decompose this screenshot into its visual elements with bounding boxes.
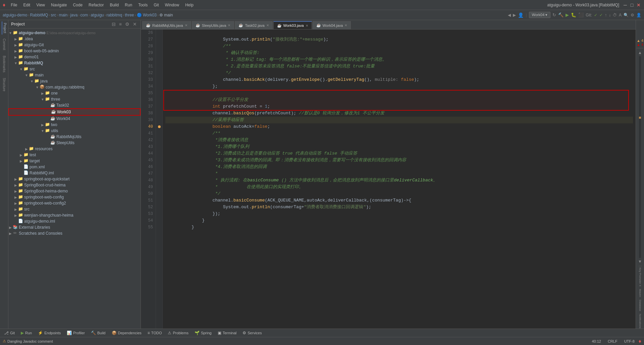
menu-window[interactable]: Window (162, 2, 182, 8)
menu-edit[interactable]: Edit (21, 2, 33, 8)
search-icon[interactable]: 🔍 (624, 13, 629, 17)
breadcrumb-java[interactable]: java (70, 13, 77, 17)
breadcrumb-com[interactable]: com (80, 13, 88, 17)
tree-item-rabbitmq-iml[interactable]: 📄 RabbitMQ.iml (8, 170, 141, 176)
breadcrumb-rabbitmq[interactable]: RabbitMQ (30, 13, 48, 17)
tree-item-work03[interactable]: ☕ Work03 (8, 108, 141, 116)
tree-item-sleeputils[interactable]: ☕ SleepUtils (8, 140, 141, 146)
git-check-icon[interactable]: ✓ (594, 13, 597, 17)
sidebar-scroll-to[interactable]: ≡ (118, 21, 123, 27)
build-button[interactable]: 🔨 Build (88, 330, 108, 336)
tab-task02[interactable]: ☕ Task02.java ✕ (235, 21, 272, 29)
git-branch-icon[interactable]: ✓ (599, 13, 603, 17)
tree-item-atguigu-iml[interactable]: 📄 atguigu-demo.iml (8, 218, 141, 224)
menu-refactor[interactable]: Refactor (86, 2, 106, 8)
close-button[interactable]: ✕ (636, 2, 641, 8)
breadcrumb-project[interactable]: atguigu-demo (3, 13, 27, 17)
close-tab-work03[interactable]: ✕ (306, 24, 308, 27)
breadcrumb-atguigu[interactable]: atguigu (91, 13, 104, 17)
status-crlf[interactable]: CRLF (605, 339, 620, 343)
scroll-down-icon[interactable]: ▼ (638, 259, 642, 264)
tree-item-three[interactable]: ▼ 📁 three (8, 96, 141, 102)
tree-item-pom[interactable]: 📄 pom.xml (8, 164, 141, 170)
sidebar-settings[interactable]: ⚙ (124, 21, 130, 27)
menu-code[interactable]: Code (70, 2, 85, 8)
settings-icon[interactable]: ⚙ (631, 13, 634, 17)
tab-work03[interactable]: ☕ Work03.java ✕ (273, 21, 312, 29)
terminal-button[interactable]: ▣ Terminal (215, 330, 239, 336)
tree-item-rabbitmqutils[interactable]: ☕ RabbitMqUtils (8, 134, 141, 140)
services-button[interactable]: ⚙ Services (240, 330, 264, 336)
tree-item-rabbitmq[interactable]: ▼ 📁 RabbitMQ (8, 60, 141, 66)
breadcrumb-src[interactable]: src (51, 13, 56, 17)
dependencies-button[interactable]: 📦 Dependencies (109, 330, 144, 336)
maximize-button[interactable]: □ (629, 2, 635, 8)
debug-icon[interactable]: 🐛 (571, 12, 576, 17)
run-icon[interactable]: ▶ (566, 12, 569, 17)
tree-item-boot-web[interactable]: ▶ 📁 boot-web-05-admin (8, 48, 141, 54)
tree-item-atguigu-git[interactable]: ▶ 📁 atguigu-Git (8, 42, 141, 48)
tree-item-utils[interactable]: ▼ 📁 utils (8, 128, 141, 134)
close-tab-work04[interactable]: ✕ (344, 23, 347, 27)
status-position[interactable]: 40:12 (589, 339, 604, 343)
tree-item-test[interactable]: ▶ 📁 test (8, 152, 141, 158)
git-pull-icon[interactable]: ↓ (609, 13, 611, 17)
tree-item-demo01[interactable]: ▶ 📁 demo01 (8, 54, 141, 60)
commit-panel-icon[interactable]: Commit (2, 37, 6, 51)
spring-button[interactable]: 🌱 Spring (192, 330, 214, 336)
scroll-up-icon[interactable]: ▲ (638, 50, 642, 55)
database-icon[interactable]: Database (639, 300, 642, 311)
status-encoding[interactable]: UTF-8 (622, 339, 637, 343)
breadcrumb-rabbitmq2[interactable]: rabbitmq (107, 13, 122, 17)
minimize-button[interactable]: ─ (623, 2, 628, 8)
tree-item-scratches[interactable]: ▶ ✏ Scratches and Consoles (8, 230, 141, 236)
tree-item-ext-libs[interactable]: ▶ 📚 External Libraries (8, 224, 141, 230)
refresh-icon[interactable]: ↻ (552, 12, 556, 17)
breadcrumb-three[interactable]: three (125, 13, 134, 17)
tree-item-com[interactable]: ▼ 📦 com.atguigu.rabbitmq (8, 84, 141, 90)
run-button[interactable]: ▶ Run (18, 330, 35, 336)
close-tab-sleeputils[interactable]: ✕ (228, 23, 230, 27)
structure-panel-icon[interactable]: Structure (2, 76, 6, 93)
branch-selector[interactable]: Work04 ▾ (529, 12, 551, 18)
nav-back-icon[interactable]: ◀ (508, 13, 511, 17)
tree-item-work04[interactable]: ☕ Work04 (8, 116, 141, 122)
tree-item-springboot-web2[interactable]: ▶ 📁 springboot-web-config2 (8, 200, 141, 206)
tree-item-one[interactable]: ▶ 📁 one (8, 90, 141, 96)
bookmarks-panel-icon[interactable]: Bookmarks (2, 54, 6, 74)
close-tab-rabbitmqutils[interactable]: ✕ (185, 23, 187, 27)
git-button[interactable]: ⎇ Git (1, 330, 17, 336)
tree-item-task02[interactable]: ☕ Task02 (8, 102, 141, 108)
breadcrumb-main[interactable]: main (59, 13, 67, 17)
tree-item-idea[interactable]: ▶ 📁 .idea (8, 36, 141, 42)
project-panel-icon[interactable]: Project (2, 21, 7, 35)
code-content[interactable]: System.out.println("接收到消息:"+message); /*… (163, 30, 636, 329)
problems-button[interactable]: ⚠ Problems (165, 330, 191, 336)
vcs-icon[interactable]: 👤 (518, 12, 524, 18)
profiler-button[interactable]: 📊 Profiler (64, 330, 88, 336)
tab-rabbitmqutils[interactable]: ☕ RabbitMqUtils.java ✕ (142, 21, 191, 29)
tree-item-atguigu-demo[interactable]: ▼ 📁 atguigu-demo E:\idea-workspace\atgui… (8, 30, 141, 36)
nav-forward-icon[interactable]: ▶ (513, 13, 516, 17)
git-push-icon[interactable]: ↑ (605, 13, 607, 17)
avatar-icon[interactable]: 👤 (636, 13, 641, 17)
stop-icon[interactable]: ⬛ (578, 12, 584, 17)
scroll-overview[interactable] (639, 56, 641, 258)
tree-item-src2[interactable]: ▶ 📁 src (8, 206, 141, 212)
menu-git[interactable]: Git (151, 2, 161, 8)
menu-help[interactable]: Help (182, 2, 196, 8)
maven-icon[interactable]: Maven (639, 289, 642, 297)
tab-work04[interactable]: ☕ Work04.java ✕ (313, 21, 351, 29)
menu-tools[interactable]: Tools (136, 2, 150, 8)
key-promoter-icon[interactable]: Key Promoter X (639, 268, 642, 286)
tree-item-springboot-web[interactable]: ▶ 📁 springboot-web-config (8, 194, 141, 200)
sidebar-collapse-all[interactable]: ⊟ (111, 21, 117, 27)
git-history-icon[interactable]: ⏱ (613, 13, 617, 17)
tree-item-two[interactable]: ▶ 📁 two (8, 122, 141, 128)
code-area[interactable]: 26 27 28 29 30 31 32 33 34 35 36 37 38 3… (141, 30, 636, 329)
tree-item-wenjian[interactable]: ▶ 📁 wenjian-shangchuan-heima (8, 212, 141, 218)
tree-item-springboot-crud[interactable]: ▶ 📁 SpringBoot-crud-heima (8, 182, 141, 188)
translate-icon[interactable]: A (619, 13, 622, 17)
tree-item-springboot-heima[interactable]: ▶ 📁 SpringBoot-heima-demo (8, 188, 141, 194)
menu-build[interactable]: Build (107, 2, 121, 8)
